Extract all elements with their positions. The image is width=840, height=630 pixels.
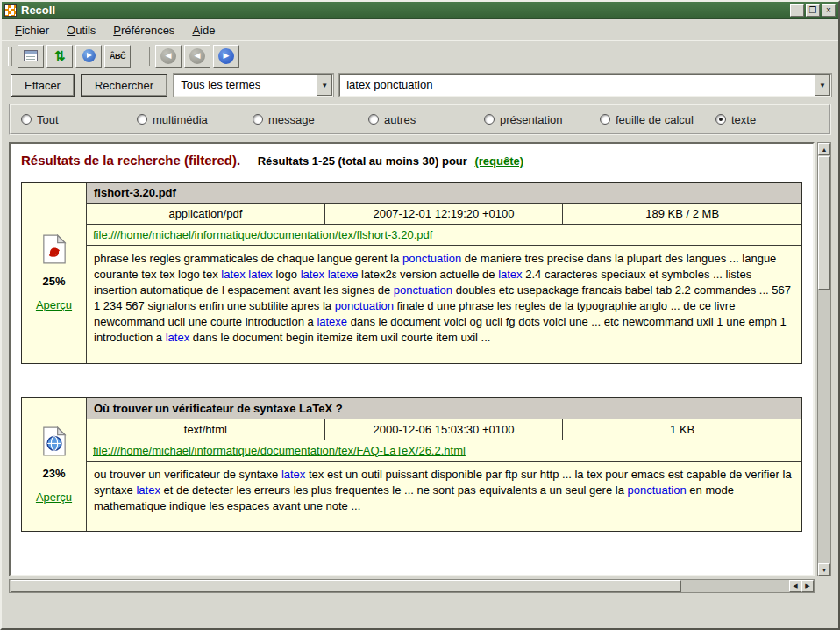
query-details-link[interactable]: (requête): [474, 154, 523, 168]
result-date: 2000-12-06 15:03:30 +0100: [325, 419, 564, 440]
scroll-up-icon[interactable]: ▲: [818, 143, 830, 155]
menu-preferences[interactable]: Préférences: [105, 21, 182, 39]
search-mode-select[interactable]: Tous les termes ▼: [174, 74, 333, 97]
filter-label: feuille de calcul: [616, 113, 694, 126]
filter-presentation[interactable]: présentation: [484, 113, 600, 126]
filter-autres[interactable]: autres: [368, 113, 484, 126]
result-side-panel: 25% Aperçu: [22, 183, 87, 363]
result-abstract: ou trouver un verificateur de syntaxe la…: [87, 462, 801, 532]
vertical-scroll-track[interactable]: [818, 155, 830, 563]
scroll-right-icon[interactable]: ▶: [801, 580, 814, 592]
radio-icon[interactable]: [253, 114, 263, 125]
horizontal-scroll-thumb[interactable]: [11, 580, 681, 592]
query-detail-button[interactable]: [75, 45, 102, 68]
first-page-icon: ◀: [160, 48, 176, 64]
results-list: Résultats de la recherche (filtered). Ré…: [9, 142, 815, 576]
radio-icon[interactable]: [368, 114, 379, 125]
filter-label: texte: [731, 113, 756, 126]
result-side-panel: 23% Aperçu: [22, 398, 87, 532]
clear-button[interactable]: Effacer: [11, 74, 75, 97]
filter-label: autres: [384, 113, 416, 126]
result-spacer: [19, 364, 804, 397]
radio-icon[interactable]: [137, 114, 147, 125]
horizontal-scrollbar[interactable]: ◀ ▶: [9, 579, 815, 593]
abstract-text: et de detecter les erreurs les plus freq…: [160, 483, 628, 497]
maximize-button[interactable]: ❒: [806, 4, 820, 17]
query-combobox[interactable]: latex ponctuation ▼: [339, 74, 831, 97]
result-url-link[interactable]: file:///home/michael/informatique/docume…: [93, 444, 466, 457]
result-url-row: file:///home/michael/informatique/docume…: [87, 225, 801, 246]
result-item: 25% Aperçu flshort-3.20.pdf application/…: [21, 182, 802, 364]
search-button[interactable]: Rechercher: [81, 74, 167, 97]
result-mime: text/html: [87, 419, 325, 440]
scroll-down-icon[interactable]: ▼: [818, 563, 830, 576]
filter-multimedia[interactable]: multimédia: [137, 113, 253, 126]
result-meta-row: text/html 2000-12-06 15:03:30 +0100 1 KB: [87, 419, 801, 440]
minimize-button[interactable]: –: [790, 4, 804, 17]
highlighted-term: latexe: [317, 315, 347, 328]
search-mode-value: Tous les termes: [174, 75, 317, 96]
filter-message[interactable]: message: [253, 113, 368, 126]
result-url-row: file:///home/michael/informatique/docume…: [87, 440, 801, 462]
result-size: 189 KB / 2 MB: [563, 204, 801, 224]
scroll-left-icon[interactable]: ◀: [789, 580, 801, 592]
clear-search-button[interactable]: [18, 45, 44, 68]
result-title: Où trouver un vérificateur de syntaxe La…: [87, 398, 801, 419]
menu-outils[interactable]: Outils: [59, 21, 103, 39]
recoll-window: Recoll – ❒ × Fichier Outils Préférences …: [0, 0, 840, 630]
filter-texte[interactable]: texte: [715, 113, 756, 126]
highlighted-term: latex latex: [221, 268, 273, 281]
filter-tout[interactable]: Tout: [21, 113, 137, 126]
result-meta-row: application/pdf 2007-12-01 12:19:20 +010…: [87, 204, 801, 225]
scrollbar-corner: [817, 579, 831, 593]
close-button[interactable]: ×: [822, 4, 836, 17]
term-explorer-button[interactable]: ÂBĈ: [104, 45, 131, 68]
result-title: flshort-3.20.pdf: [87, 183, 801, 204]
highlighted-term: latex: [498, 268, 522, 281]
radio-icon[interactable]: [715, 114, 726, 125]
chevron-down-icon[interactable]: ▼: [815, 75, 830, 96]
menu-aide[interactable]: Aide: [184, 21, 223, 39]
window-title: Recoll: [21, 4, 786, 17]
menubar: Fichier Outils Préférences Aide: [2, 19, 838, 40]
vertical-scrollbar[interactable]: ▲ ▼: [817, 142, 831, 576]
toolbar-handle[interactable]: [8, 47, 12, 66]
highlighted-term: latex latexe: [301, 268, 359, 281]
search-bar: Effacer Rechercher Tous les termes ▼ lat…: [2, 70, 838, 100]
chevron-down-icon[interactable]: ▼: [317, 75, 332, 96]
filter-feuille-de-calcul[interactable]: feuille de calcul: [600, 113, 715, 126]
query-input[interactable]: latex ponctuation: [340, 75, 815, 96]
result-abstract: phrase les regles grammaticales de chaqu…: [87, 246, 801, 363]
menu-fichier[interactable]: Fichier: [7, 21, 57, 39]
highlighted-term: ponctuation: [627, 483, 686, 497]
radio-icon[interactable]: [21, 114, 32, 125]
first-page-button[interactable]: ◀: [155, 45, 182, 68]
titlebar[interactable]: Recoll – ❒ ×: [2, 2, 838, 19]
next-page-button[interactable]: ▶: [213, 45, 239, 68]
preview-link[interactable]: Aperçu: [36, 490, 72, 504]
relevance-percent: 25%: [42, 275, 65, 288]
relevance-percent: 23%: [42, 467, 65, 480]
toolbar-handle[interactable]: [146, 47, 150, 66]
filter-label: Tout: [37, 113, 59, 126]
preview-link[interactable]: Aperçu: [36, 298, 72, 311]
radio-icon[interactable]: [600, 114, 610, 125]
clear-search-icon: [24, 50, 38, 61]
horizontal-scroll-track[interactable]: [10, 580, 789, 592]
highlighted-term: ponctuation: [335, 299, 394, 312]
app-icon: [4, 4, 17, 17]
result-url-link[interactable]: file:///home/michael/informatique/docume…: [93, 228, 432, 241]
result-item: 23% Aperçu Où trouver un vérificateur de…: [21, 397, 802, 533]
filter-bar: Tout multimédia message autres présentat…: [9, 104, 831, 135]
sort-arrows-icon: ⇅: [54, 49, 66, 62]
previous-page-button[interactable]: ◀: [184, 45, 210, 68]
radio-icon[interactable]: [484, 114, 495, 125]
abstract-text: dans le document begin itemize item uxil…: [189, 331, 490, 344]
pdf-document-icon: [41, 234, 68, 264]
globe-arrow-icon: [82, 49, 96, 62]
results-header: Résultats de la recherche (filtered). Ré…: [21, 153, 802, 168]
vertical-scroll-thumb[interactable]: [818, 156, 830, 290]
highlighted-term: ponctuation: [402, 252, 461, 265]
sort-by-date-button[interactable]: ⇅: [46, 45, 73, 68]
results-title: Résultats de la recherche (filtered).: [21, 153, 240, 168]
